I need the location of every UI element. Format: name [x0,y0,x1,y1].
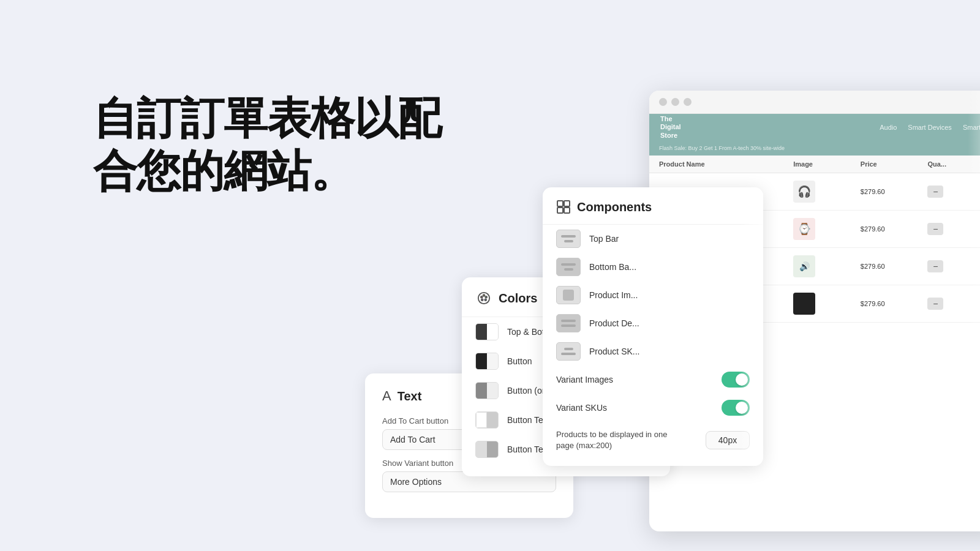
store-header: TheDigitalStore Audio Smart Devices Smar… [649,114,980,141]
col-price: Price [861,160,928,168]
product-img-3: 🔊 [793,255,815,277]
comp-label-top-bar: Top Bar [589,234,619,244]
dot-yellow [671,98,679,106]
colors-panel-title: Colors [499,291,537,305]
products-per-page-input[interactable] [706,431,750,449]
comp-item-top-bar[interactable]: Top Bar [543,225,763,253]
text-icon: A [382,388,391,404]
qty-btn-4[interactable]: − [927,298,943,310]
hero-title: 自訂訂單表格以配 合您的網站。 [93,92,441,198]
svg-point-2 [483,294,485,296]
product-price-4: $279.60 [861,300,928,307]
dot-green [684,98,692,106]
product-price-1: $279.60 [861,188,928,195]
variant-images-toggle[interactable] [722,372,750,388]
svg-point-3 [485,296,487,298]
colors-thumb-button-text-2 [475,441,499,458]
store-logo: TheDigitalStore [660,115,681,140]
product-img-4 [793,293,815,315]
palette-icon [475,290,492,307]
comp-label-product-sku: Product SK... [589,347,639,356]
product-img-1: 🎧 [793,181,815,203]
comp-thumb-top-bar [556,230,581,248]
comp-label-bottom-bar: Bottom Ba... [589,262,636,272]
components-panel: Components Top Bar Bottom Ba... Product … [543,187,763,466]
qty-btn-3[interactable]: − [927,260,943,272]
svg-rect-6 [557,201,563,206]
col-product-name: Product Name [659,160,793,168]
toggle-knob [736,373,748,386]
col-quantity: Qua... [927,160,980,168]
products-per-page-row: Products to be displayed in one page (ma… [543,422,763,454]
comp-item-product-image[interactable]: Product Im... [543,281,763,309]
promo-banner: Flash Sale: Buy 2 Get 1 From A-tech 30% … [649,141,980,156]
toggle-knob-2 [736,402,748,414]
hero-section: 自訂訂單表格以配 合您的網站。 [93,92,441,198]
comp-thumb-product-sku [556,342,581,361]
product-img-2: ⌚ [793,218,815,240]
colors-label-button: Button [507,356,532,366]
promo-text: Flash Sale: Buy 2 Get 1 From A-tech 30% … [659,145,785,151]
colors-thumb-top-bottom [475,323,499,340]
qty-btn-1[interactable]: − [927,186,943,198]
svg-rect-9 [564,208,570,213]
comp-thumb-product-desc [556,314,581,332]
nav-item-smart: Smart Devices [908,124,952,131]
col-image: Image [793,160,861,168]
colors-thumb-button [475,353,499,370]
store-nav: Audio Smart Devices Smart O... [880,124,980,131]
variant-skus-toggle-row: Variant SKUs [543,394,763,422]
comp-thumb-product-image [556,286,581,304]
comp-item-bottom-bar[interactable]: Bottom Ba... [543,253,763,281]
comp-item-product-desc[interactable]: Product De... [543,309,763,337]
nav-item-smart-o: Smart O... [963,124,980,131]
variant-skus-label: Variant SKUs [556,403,607,413]
window-dots [649,91,980,114]
qty-btn-2[interactable]: − [927,223,943,235]
product-price-2: $279.60 [861,225,928,233]
comp-label-product-image: Product Im... [589,290,638,300]
products-per-page-label: Products to be displayed in one page (ma… [556,429,679,451]
comp-item-product-sku[interactable]: Product SK... [543,337,763,365]
svg-rect-8 [557,208,563,213]
text-panel-title: Text [398,389,422,403]
variant-images-toggle-row: Variant Images [543,365,763,394]
components-panel-title: Components [577,200,652,214]
svg-rect-7 [564,201,570,206]
dot-red [659,98,667,106]
colors-thumb-button-text-1 [475,411,499,429]
svg-point-1 [481,296,483,298]
comp-label-product-desc: Product De... [589,318,639,328]
product-price-3: $279.60 [861,263,928,270]
components-icon [556,200,571,214]
variant-images-label: Variant Images [556,375,613,384]
svg-point-4 [484,299,486,301]
svg-point-5 [481,299,483,301]
variant-skus-toggle[interactable] [722,400,750,416]
nav-item-audio: Audio [880,124,897,131]
comp-thumb-bottom-bar [556,258,581,276]
components-panel-header: Components [543,200,763,225]
table-header: Product Name Image Price Qua... [649,156,980,173]
colors-thumb-button-on [475,382,499,399]
